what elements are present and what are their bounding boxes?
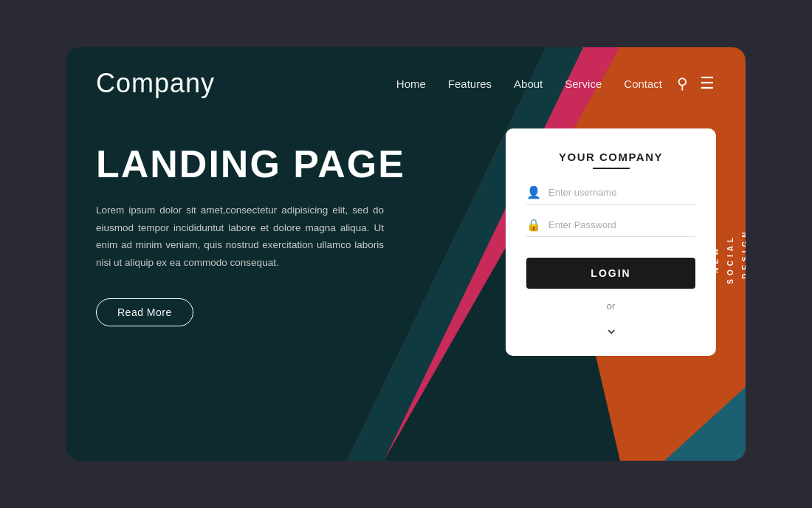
nav-about[interactable]: About — [514, 78, 543, 90]
left-content: LANDING PAGE Lorem ipsum dolor sit amet,… — [96, 128, 506, 326]
username-input[interactable] — [548, 187, 695, 198]
password-group: 🔒 — [526, 218, 695, 237]
chevron-down-icon[interactable]: ⌄ — [526, 319, 695, 338]
main-nav: Home Features About Service Contact — [396, 78, 662, 90]
nav-home[interactable]: Home — [396, 78, 426, 90]
username-group: 👤 — [526, 185, 695, 205]
side-text-panel: NEW SOCIAL DESIGN — [716, 47, 746, 461]
hero-title: LANDING PAGE — [96, 143, 506, 185]
nav-features[interactable]: Features — [448, 78, 492, 90]
nav-service[interactable]: Service — [565, 78, 602, 90]
hero-body: Lorem ipsum dolor sit amet,consectetur a… — [96, 202, 384, 272]
or-divider: or — [526, 301, 695, 312]
password-input[interactable] — [548, 219, 695, 230]
user-icon: 👤 — [526, 185, 541, 199]
search-icon[interactable]: ⚲ — [677, 75, 688, 92]
nav-icons: ⚲ ☰ — [677, 74, 716, 93]
login-title-underline — [593, 168, 630, 169]
side-text-content: NEW SOCIAL DESIGN — [709, 224, 746, 284]
login-company-name: YOUR COMPANY — [526, 151, 695, 163]
main-card: Company Home Features About Service Cont… — [66, 47, 746, 461]
menu-icon[interactable]: ☰ — [700, 74, 716, 93]
login-card: YOUR COMPANY 👤 🔒 LOGIN or ⌄ — [506, 128, 716, 356]
lock-icon: 🔒 — [526, 218, 541, 232]
side-text-line1: NEW — [709, 245, 723, 273]
read-more-button[interactable]: Read More — [96, 298, 193, 326]
logo: Company — [96, 68, 396, 99]
login-button[interactable]: LOGIN — [526, 258, 695, 289]
side-text-line2: SOCIAL — [723, 234, 738, 284]
side-text-line3: DESIGN — [738, 229, 746, 279]
nav-contact[interactable]: Contact — [624, 78, 662, 90]
header: Company Home Features About Service Cont… — [66, 47, 746, 114]
main-content: LANDING PAGE Lorem ipsum dolor sit amet,… — [66, 114, 746, 461]
